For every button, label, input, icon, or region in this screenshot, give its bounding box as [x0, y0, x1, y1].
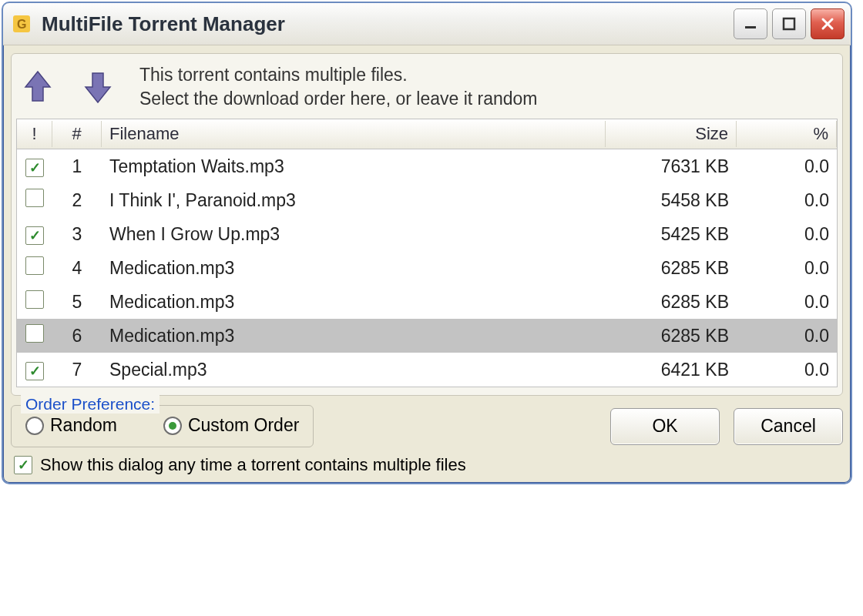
grid-header: ! # Filename Size % [17, 119, 837, 149]
show-again-row: Show this dialog any time a torrent cont… [14, 455, 840, 475]
row-percent: 0.0 [737, 153, 837, 180]
grid-body: 1Temptation Waits.mp37631 KB0.02I Think … [17, 149, 837, 387]
row-number: 4 [52, 255, 102, 282]
row-filename: Medication.mp3 [102, 255, 606, 282]
row-checkbox-cell[interactable] [17, 153, 52, 180]
row-checkbox[interactable] [25, 159, 44, 177]
close-button[interactable] [811, 8, 845, 39]
row-filename: Medication.mp3 [102, 289, 606, 316]
main-panel: This torrent contains multiple files. Se… [11, 53, 843, 396]
row-filename: I Think I', Paranoid.mp3 [102, 187, 606, 214]
row-number: 6 [52, 323, 102, 350]
row-checkbox[interactable] [25, 256, 44, 275]
table-row[interactable]: 6Medication.mp36285 KB0.0 [17, 319, 837, 353]
svg-text:G: G [17, 18, 26, 31]
row-size: 5425 KB [606, 221, 737, 248]
move-down-button[interactable] [79, 68, 116, 106]
instructions-line1: This torrent contains multiple files. [139, 63, 831, 87]
col-header-percent[interactable]: % [737, 121, 837, 147]
row-filename: When I Grow Up.mp3 [102, 221, 606, 248]
row-number: 2 [52, 187, 102, 214]
row-percent: 0.0 [737, 289, 837, 316]
row-checkbox-cell[interactable] [17, 287, 52, 316]
titlebar[interactable]: G MultiFile Torrent Manager [3, 3, 851, 45]
col-header-size[interactable]: Size [606, 121, 737, 147]
row-filename: Special.mp3 [102, 357, 606, 383]
table-row[interactable]: 5Medication.mp36285 KB0.0 [17, 285, 837, 319]
row-percent: 0.0 [737, 187, 837, 214]
svg-rect-3 [784, 18, 794, 29]
row-checkbox[interactable] [25, 324, 44, 343]
move-up-button[interactable] [19, 68, 56, 106]
table-row[interactable]: 3When I Grow Up.mp35425 KB0.0 [17, 217, 837, 251]
row-size: 6285 KB [606, 289, 737, 316]
app-icon: G [11, 13, 32, 35]
svg-rect-2 [745, 26, 756, 28]
row-checkbox[interactable] [25, 362, 44, 380]
footer: Order Preference: Random Custom Order OK… [11, 405, 843, 447]
row-number: 7 [52, 357, 102, 383]
col-header-filename[interactable]: Filename [102, 121, 606, 147]
row-number: 5 [52, 289, 102, 316]
row-checkbox-cell[interactable] [17, 253, 52, 283]
row-checkbox[interactable] [25, 226, 44, 245]
radio-custom-indicator [163, 417, 182, 435]
order-preference-legend: Order Preference: [21, 395, 160, 413]
row-percent: 0.0 [737, 357, 837, 383]
row-number: 3 [52, 221, 102, 248]
row-size: 6421 KB [606, 357, 737, 383]
row-size: 7631 KB [606, 153, 737, 180]
table-row[interactable]: 4Medication.mp36285 KB0.0 [17, 251, 837, 285]
window-title: MultiFile Torrent Manager [42, 12, 734, 36]
cancel-button[interactable]: Cancel [734, 408, 843, 445]
row-filename: Temptation Waits.mp3 [102, 153, 606, 180]
order-preference-group: Order Preference: Random Custom Order [11, 405, 314, 447]
row-size: 5458 KB [606, 187, 737, 214]
row-percent: 0.0 [737, 221, 837, 248]
svg-marker-5 [86, 73, 110, 102]
row-checkbox[interactable] [25, 189, 44, 207]
table-row[interactable]: 7Special.mp36421 KB0.0 [17, 353, 837, 387]
radio-custom[interactable]: Custom Order [163, 415, 299, 436]
row-checkbox-cell[interactable] [17, 321, 52, 350]
window: G MultiFile Torrent Manager [2, 2, 852, 484]
show-again-checkbox[interactable] [14, 456, 32, 474]
table-row[interactable]: 2I Think I', Paranoid.mp35458 KB0.0 [17, 183, 837, 217]
row-number: 1 [52, 153, 102, 180]
row-size: 6285 KB [606, 255, 737, 282]
row-checkbox-cell[interactable] [17, 357, 52, 383]
row-checkbox[interactable] [25, 290, 44, 309]
row-checkbox-cell[interactable] [17, 221, 52, 248]
svg-marker-4 [25, 72, 50, 101]
show-again-label: Show this dialog any time a torrent cont… [40, 455, 466, 475]
maximize-button[interactable] [772, 8, 806, 39]
radio-random[interactable]: Random [25, 415, 117, 436]
file-grid: ! # Filename Size % 1Temptation Waits.mp… [16, 119, 838, 387]
instructions-line2: Select the download order here, or leave… [139, 87, 831, 111]
instructions: This torrent contains multiple files. Se… [139, 63, 831, 111]
window-controls [734, 8, 845, 39]
toolbar: This torrent contains multiple files. Se… [16, 59, 838, 119]
table-row[interactable]: 1Temptation Waits.mp37631 KB0.0 [17, 149, 837, 183]
row-percent: 0.0 [737, 323, 837, 350]
col-header-check[interactable]: ! [17, 121, 52, 147]
radio-custom-label: Custom Order [188, 415, 299, 436]
ok-button[interactable]: OK [610, 408, 720, 445]
row-percent: 0.0 [737, 255, 837, 282]
radio-random-label: Random [50, 415, 117, 436]
row-size: 6285 KB [606, 323, 737, 350]
row-checkbox-cell[interactable] [17, 186, 52, 215]
radio-random-indicator [25, 417, 44, 435]
row-filename: Medication.mp3 [102, 323, 606, 350]
col-header-num[interactable]: # [52, 121, 102, 147]
minimize-button[interactable] [734, 8, 767, 39]
